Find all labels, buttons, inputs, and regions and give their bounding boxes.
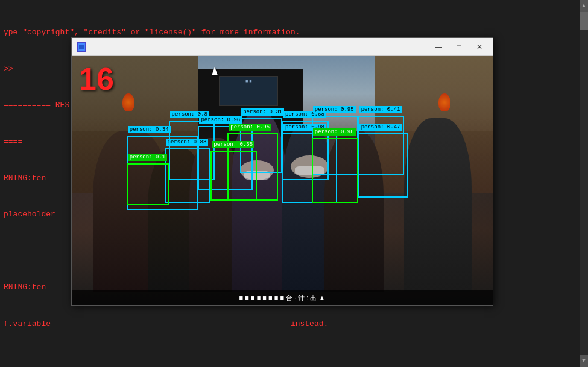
window-titlebar: — □ ✕ <box>72 38 493 56</box>
detection-label-12: person: 0.98 <box>313 128 356 136</box>
detection-label-6: person: 0.31 <box>241 108 284 116</box>
maximize-button[interactable]: □ <box>450 41 467 53</box>
scroll-up-btn[interactable]: ▲ <box>580 0 588 12</box>
detection-label-14: person: 0.47 <box>359 124 402 131</box>
security-screen: ■ ■ <box>219 76 278 106</box>
video-frame: ■ ■ person: 0.34 <box>72 56 493 305</box>
person-count: 16 <box>79 61 114 97</box>
scrollbar[interactable]: ▲ ▼ <box>580 0 588 367</box>
mouse-cursor <box>212 67 218 75</box>
minimize-button[interactable]: — <box>430 41 447 53</box>
lantern-left <box>122 93 134 111</box>
svg-rect-1 <box>79 45 84 49</box>
lantern-right <box>438 93 450 111</box>
detection-label-7: person: 0.95 <box>229 124 271 131</box>
status-text: ■ ■ ■ ■ ■ ■ ■ ■ 合 · 计 : 出 ▲ <box>239 293 326 303</box>
detection-label-8: person: 0.35 <box>212 141 254 148</box>
video-content: ■ ■ person: 0.34 <box>72 56 493 305</box>
window-app-icon <box>77 42 86 52</box>
detection-label-3: person: 0.1 <box>128 154 167 161</box>
person-right-2 <box>404 118 472 292</box>
detection-label-10: person: 0.95 <box>313 106 356 113</box>
detection-label-13: person: 0.41 <box>359 106 402 113</box>
terminal-line-10 <box>4 354 584 366</box>
detection-box-14: person: 0.47 <box>358 133 409 198</box>
detection-box-8: person: 0.35 <box>210 151 257 201</box>
detection-label-5: person: 0.96 <box>199 116 242 124</box>
window-controls: — □ ✕ <box>430 41 488 53</box>
detection-box-12: person: 0.98 <box>312 138 358 202</box>
detection-label-1: person: 0.34 <box>128 126 171 133</box>
video-window: — □ ✕ ■ ■ <box>71 37 493 306</box>
video-statusbar: ■ ■ ■ ■ ■ ■ ■ ■ 合 · 计 : 出 ▲ <box>72 290 493 305</box>
detection-box-3: person: 0.1 <box>127 163 169 205</box>
scroll-thumb[interactable] <box>580 12 588 30</box>
terminal-line-9: f.variable instead. <box>4 318 584 330</box>
close-button[interactable]: ✕ <box>471 41 488 53</box>
scroll-down-btn[interactable]: ▼ <box>580 355 588 367</box>
